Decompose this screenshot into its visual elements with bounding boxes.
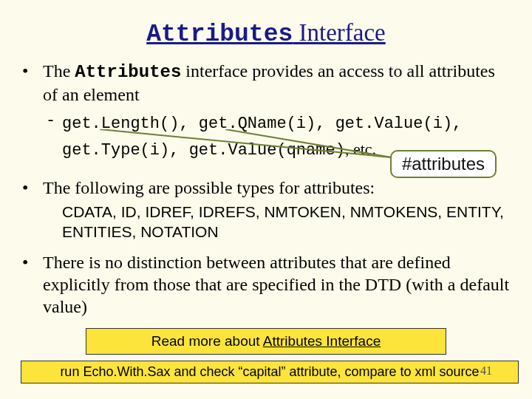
- title-keyword: Attributes: [146, 21, 293, 48]
- methods-line2-tail: , etc.: [345, 140, 376, 158]
- attribute-types: CDATA, ID, IDREF, IDREFS, NMTOKEN, NMTOK…: [62, 202, 511, 242]
- page-number: 41: [480, 364, 492, 378]
- read-more-box: Read more about Attributes Interface: [86, 328, 446, 355]
- bullet-1-content: The Attributes interface provides an acc…: [43, 60, 511, 106]
- bullet-2-content: The following are possible types for att…: [43, 177, 511, 199]
- callout-text: #attributes: [402, 154, 485, 174]
- bullet-dot: •: [21, 177, 43, 199]
- page-title: Attributes Interface: [21, 19, 511, 48]
- bullet-1-pre: The: [43, 61, 75, 81]
- read-more-pre: Read more about: [151, 333, 263, 349]
- sub-dash: -: [46, 112, 62, 130]
- title-plain: Interface: [293, 19, 385, 46]
- read-more-link[interactable]: Attributes Interface: [263, 333, 381, 349]
- bullet-1: • The Attributes interface provides an a…: [21, 60, 511, 106]
- bullet-dot: •: [21, 251, 43, 273]
- slide: Attributes Interface • The Attributes in…: [0, 0, 532, 399]
- methods-line2-code: get.Type(i), get.Value(qname): [62, 141, 345, 160]
- bullet-3-content: There is no distinction between attribut…: [43, 251, 511, 318]
- run-instruction-text: run Echo.With.Sax and check “capital” at…: [60, 364, 479, 379]
- run-instruction-box: run Echo.With.Sax and check “capital” at…: [21, 361, 519, 383]
- callout-attributes: #attributes: [390, 150, 497, 178]
- bullet-3: • There is no distinction between attrib…: [21, 251, 511, 318]
- bullet-dot: •: [21, 60, 43, 82]
- bullet-2: • The following are possible types for a…: [21, 177, 511, 199]
- methods-line1: get.Length(), get.QName(i), get.Value(i)…: [62, 115, 462, 133]
- bullet-1-kw: Attributes: [75, 62, 181, 82]
